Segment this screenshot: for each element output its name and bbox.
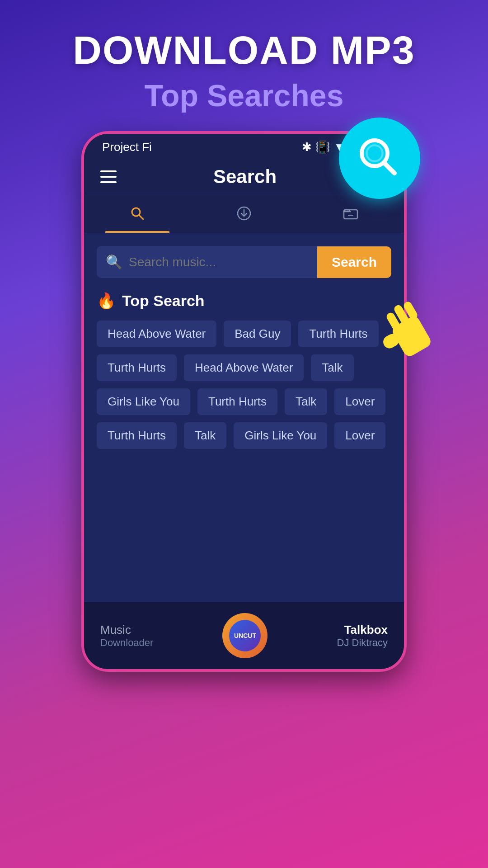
bottom-app-name: Music	[100, 623, 153, 637]
tab-downloads[interactable]	[191, 195, 297, 233]
hamburger-line-2	[100, 176, 117, 178]
tag-item[interactable]: Girls Like You	[234, 422, 327, 449]
hamburger-line-1	[100, 170, 117, 172]
tag-item[interactable]: Girls Like You	[97, 388, 190, 415]
tab-folder[interactable]	[297, 195, 404, 233]
tag-item[interactable]: Turth Hurts	[298, 321, 378, 347]
hamburger-menu[interactable]	[100, 170, 117, 183]
download-tab-icon	[236, 205, 252, 226]
top-search-label: Top Search	[122, 292, 205, 310]
carrier-text: Project Fi	[102, 140, 152, 154]
bottom-app-info: Music Downloader	[100, 623, 153, 649]
page-background: DOWNLOAD MP3 Top Searches	[0, 0, 488, 672]
empty-content-area	[84, 462, 404, 602]
tags-container: Head Above WaterBad GuyTurth HurtsTurth …	[97, 321, 391, 449]
app-screen-title: Search	[213, 166, 277, 188]
tag-item[interactable]: Turth Hurts	[97, 422, 177, 449]
tab-search[interactable]	[84, 195, 191, 233]
track-thumbnail[interactable]: UNCUT	[222, 613, 267, 658]
search-input-container: 🔍	[97, 246, 317, 278]
bluetooth-icon: ✱	[302, 140, 312, 154]
phone-container: Project Fi ✱ 📳 ▼ ▲ 59% Search ↻	[81, 131, 407, 672]
tag-item[interactable]: Head Above Water	[184, 354, 304, 381]
search-tab-icon	[129, 205, 145, 226]
sub-title: Top Searches	[0, 78, 488, 113]
top-search-header: 🔥 Top Search	[97, 292, 391, 310]
bottom-app-sub: Downloader	[100, 637, 153, 649]
folder-tab-icon	[343, 205, 359, 226]
tag-item[interactable]: Lover	[334, 422, 385, 449]
artist-name: DJ Diktracy	[337, 637, 388, 649]
search-area: 🔍 Search	[84, 233, 404, 287]
page-header: DOWNLOAD MP3 Top Searches	[0, 0, 488, 127]
fire-icon: 🔥	[97, 292, 116, 310]
track-name: Talkbox	[344, 623, 388, 637]
tag-item[interactable]: Head Above Water	[97, 321, 216, 347]
tag-item[interactable]: Talk	[311, 354, 353, 381]
hamburger-line-3	[100, 181, 117, 183]
search-decoration-icon	[339, 118, 420, 199]
thumb-inner: UNCUT	[229, 620, 261, 651]
search-bar: 🔍 Search	[97, 246, 391, 278]
phone-frame: Project Fi ✱ 📳 ▼ ▲ 59% Search ↻	[81, 131, 407, 672]
vibrate-icon: 📳	[315, 140, 330, 154]
tag-item[interactable]: Lover	[334, 388, 385, 415]
search-glass-icon: 🔍	[106, 254, 122, 270]
bottom-bar: Music Downloader UNCUT Talkbox DJ Diktra…	[84, 602, 404, 669]
bottom-track-info: Talkbox DJ Diktracy	[337, 623, 388, 649]
tag-item[interactable]: Bad Guy	[224, 321, 291, 347]
search-input[interactable]	[129, 255, 308, 269]
tag-item[interactable]: Talk	[285, 388, 327, 415]
tab-bar	[84, 195, 404, 233]
thumb-text: UNCUT	[234, 632, 256, 639]
top-search-section: 🔥 Top Search Head Above WaterBad GuyTurt…	[84, 287, 404, 462]
svg-line-9	[139, 215, 143, 219]
search-button[interactable]: Search	[317, 246, 391, 278]
tag-item[interactable]: Talk	[184, 422, 226, 449]
main-title: DOWNLOAD MP3	[0, 27, 488, 73]
svg-line-1	[384, 163, 394, 173]
tag-item[interactable]: Turth Hurts	[197, 388, 277, 415]
svg-point-2	[366, 145, 382, 161]
tag-item[interactable]: Turth Hurts	[97, 354, 177, 381]
